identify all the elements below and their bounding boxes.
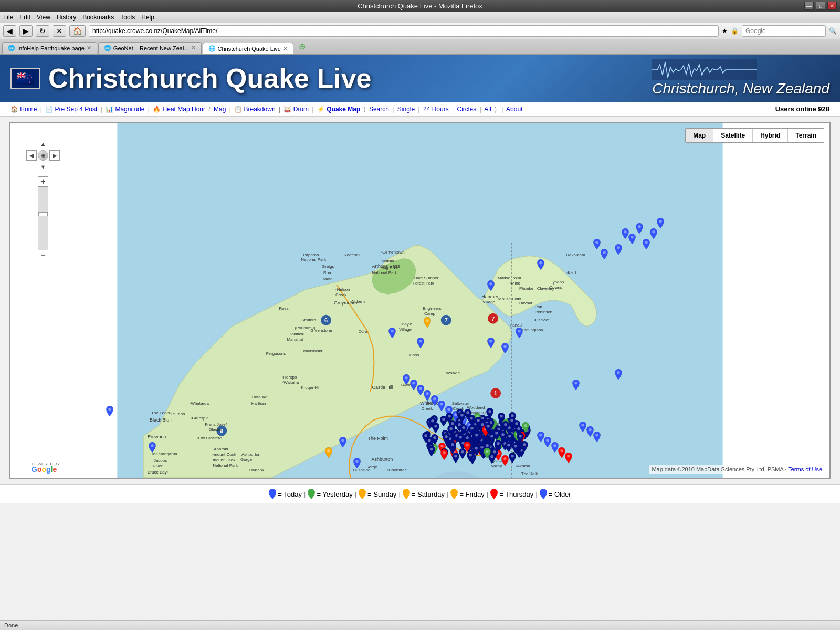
earthquake-marker[interactable] [325,447,331,457]
earthquake-marker[interactable] [460,424,466,434]
earthquake-marker[interactable] [586,426,593,436]
nav-search[interactable]: Search [369,106,389,113]
earthquake-marker[interactable] [149,442,155,452]
earthquake-marker[interactable] [615,244,621,254]
map-type-hybrid[interactable]: Hybrid [753,129,788,142]
minimize-button[interactable]: — [804,2,814,10]
earthquake-marker[interactable] [499,431,506,440]
nav-about[interactable]: About [506,106,522,113]
earthquake-marker[interactable] [428,446,434,455]
maximize-button[interactable]: □ [816,2,825,10]
earthquake-marker[interactable] [615,369,621,379]
earthquake-marker[interactable] [487,280,494,290]
nav-all[interactable]: All [484,106,491,113]
menu-view[interactable]: View [37,14,50,21]
earthquake-marker[interactable] [457,434,463,443]
nav-breakdown[interactable]: Breakdown [244,106,276,113]
search-input[interactable] [742,25,826,37]
earthquake-marker[interactable] [501,343,508,352]
menu-help[interactable]: Help [141,14,154,21]
new-tab-button[interactable]: ⊕ [295,39,310,54]
earthquake-marker[interactable] [431,395,437,405]
tab-close-geonet[interactable]: ✕ [191,45,196,51]
map-type-terrain[interactable]: Terrain [788,129,824,142]
earthquake-marker[interactable] [544,437,550,446]
zoom-track[interactable] [38,187,48,250]
earthquake-marker[interactable] [551,442,558,452]
nav-circles[interactable]: Circles [457,106,476,113]
earthquake-marker[interactable] [572,380,579,389]
earthquake-marker[interactable] [501,455,508,465]
earthquake-marker[interactable] [449,441,455,450]
nav-heat-map[interactable]: Heat Map [163,106,190,113]
earthquake-marker[interactable] [447,425,454,435]
nav-pre-sep4[interactable]: Pre Sep 4 Post [55,106,98,113]
earthquake-marker[interactable] [493,429,499,439]
tab-close-christchurch[interactable]: ✕ [283,45,288,52]
earthquake-marker[interactable] [558,447,564,457]
earthquake-marker[interactable] [487,338,494,347]
map-area[interactable]: 6 7 1 7 6 6 80 6 8 8 Greymouth Ross Gree… [10,123,830,478]
earthquake-marker[interactable] [484,448,490,457]
earthquake-marker[interactable] [464,442,470,451]
earthquake-marker[interactable] [522,422,528,432]
nav-quake-map[interactable]: Quake Map [327,106,360,113]
pan-center-button[interactable]: ⊕ [38,150,48,161]
earthquake-marker[interactable] [486,408,492,417]
earthquake-marker[interactable] [353,458,360,467]
earthquake-marker[interactable] [537,432,543,441]
tab-christchurch[interactable]: 🌐 Christchurch Quake Live ✕ [203,43,293,54]
forward-button[interactable]: ▶ [19,25,33,37]
close-button[interactable]: ✕ [827,2,837,10]
earthquake-marker[interactable] [339,437,345,446]
earthquake-marker[interactable] [473,432,479,441]
terms-of-use-link[interactable]: Terms of Use [788,466,822,472]
earthquake-marker[interactable] [601,249,607,258]
earthquake-marker[interactable] [509,453,515,462]
stop-button[interactable]: ✕ [52,25,66,37]
earthquake-marker[interactable] [388,328,395,337]
menu-tools[interactable]: Tools [120,14,135,21]
earthquake-marker[interactable] [495,440,501,449]
earthquake-marker[interactable] [403,374,409,384]
nav-heat-mag[interactable]: Mag [214,106,226,113]
earthquake-marker[interactable] [515,425,521,435]
map-type-map[interactable]: Map [686,129,713,142]
nav-24hours[interactable]: 24 Hours [423,106,449,113]
earthquake-marker[interactable] [643,239,649,248]
earthquake-marker[interactable] [467,452,473,461]
nav-drum[interactable]: Drum [293,106,309,113]
earthquake-marker[interactable] [579,422,585,431]
earthquake-marker[interactable] [424,317,430,327]
reload-button[interactable]: ↻ [36,25,49,37]
nav-heat-hour[interactable]: Hour [192,106,205,113]
earthquake-marker[interactable] [622,228,628,238]
pan-right-button[interactable]: ▶ [49,150,60,161]
tab-geonet[interactable]: 🌐 GeoNet – Recent New Zeal... ✕ [98,42,202,54]
pan-down-button[interactable]: ▼ [38,162,48,172]
earthquake-marker[interactable] [593,432,600,441]
nav-single[interactable]: Single [397,106,415,113]
earthquake-marker[interactable] [106,406,112,415]
earthquake-marker[interactable] [506,433,512,442]
earthquake-marker[interactable] [417,385,423,394]
back-button[interactable]: ◀ [3,25,16,37]
earthquake-marker[interactable] [422,432,428,442]
pan-up-button[interactable]: ▲ [38,139,48,149]
menu-edit[interactable]: Edit [19,14,30,21]
zoom-in-button[interactable]: + [38,176,48,187]
nav-magnitude[interactable]: Magnitude [115,106,144,113]
tab-close-infohelp[interactable]: ✕ [87,45,91,51]
earthquake-marker[interactable] [446,413,452,422]
earthquake-marker[interactable] [410,380,416,389]
zoom-thumb[interactable] [38,212,48,216]
earthquake-marker[interactable] [516,328,522,337]
earthquake-marker[interactable] [417,338,423,347]
earthquake-marker[interactable] [424,390,430,400]
home-button[interactable]: 🏠 [69,25,86,37]
earthquake-marker[interactable] [650,228,656,238]
earthquake-marker[interactable] [468,415,474,424]
earthquake-marker[interactable] [429,417,435,427]
menu-file[interactable]: File [3,14,13,21]
zoom-out-button[interactable]: − [38,250,48,260]
